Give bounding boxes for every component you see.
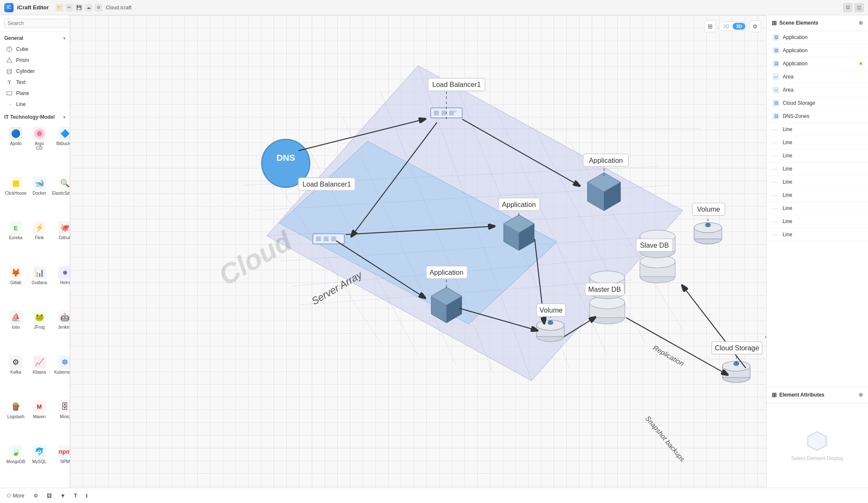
- scene-item-line-2[interactable]: ··· Line: [767, 136, 868, 149]
- tech-item-logstash[interactable]: 🪵 Logstash: [3, 397, 28, 441]
- scene-item-application-2[interactable]: 🖼 Application: [767, 44, 868, 57]
- attr-panel: Select Element Display: [767, 403, 868, 488]
- file-icon-settings[interactable]: ⚙: [95, 4, 102, 11]
- tech-item-minio[interactable]: 🗄 Minio: [50, 397, 70, 441]
- svg-rect-59: [640, 262, 675, 277]
- scene-item-line-9[interactable]: ··· Line: [767, 228, 868, 241]
- scene-area-icon-1: ▭: [773, 73, 779, 80]
- tech-item-eureka[interactable]: E Eureka: [3, 218, 28, 262]
- file-icon-save[interactable]: 💾: [75, 4, 83, 11]
- file-icon-edit[interactable]: ✏: [65, 4, 73, 11]
- scene-item-line-6[interactable]: ··· Line: [767, 189, 868, 202]
- line-icon-7: ···: [773, 205, 778, 212]
- toolbar-dropdown-btn[interactable]: ▼: [58, 491, 68, 500]
- toolbar-info-btn[interactable]: ℹ: [83, 491, 90, 500]
- 3d-option[interactable]: 3D: [733, 23, 745, 30]
- svg-rect-36: [313, 234, 344, 244]
- scene-item-line-7[interactable]: ··· Line: [767, 202, 868, 215]
- window-btn-1[interactable]: ⊡: [843, 3, 852, 12]
- svg-point-52: [590, 311, 625, 324]
- tech-item-kibana[interactable]: 📈 Kibana: [30, 353, 49, 396]
- tech-item-gitlab[interactable]: 🦊 Gitlab: [3, 263, 28, 307]
- sidebar-item-line[interactable]: ··· Line: [0, 99, 70, 110]
- svg-text:Snapshot backups: Snapshot backups: [764, 333, 766, 381]
- file-icon-cloud[interactable]: ☁: [85, 4, 92, 11]
- tech-item-kafka[interactable]: ⚙ Kafka: [3, 353, 28, 396]
- scene-item-application-1[interactable]: 🖼 Application: [767, 31, 868, 44]
- scene-item-line-3[interactable]: ··· Line: [767, 149, 868, 162]
- titlebar: iC iCraft Editor 📁 ✏ 💾 ☁ ⚙ Cloud.icraft …: [0, 0, 868, 15]
- tech-item-npm[interactable]: npm NPM: [50, 442, 70, 486]
- svg-rect-53: [590, 302, 625, 318]
- tech-item-elasticsearch[interactable]: 🔍 ElasticSearch: [50, 174, 70, 217]
- file-icon-folder[interactable]: 📁: [56, 4, 63, 11]
- scene-item-dnszones[interactable]: 🖼 DNS-Zones: [767, 110, 868, 123]
- 3d-toggle[interactable]: 2D 3D: [719, 22, 747, 31]
- scene-item-area-1[interactable]: ▭ Area: [767, 70, 868, 84]
- general-section-header[interactable]: General ▾: [0, 32, 70, 43]
- svg-marker-40: [588, 173, 620, 210]
- svg-marker-12: [280, 141, 557, 324]
- svg-point-57: [590, 271, 625, 284]
- tech-item-grafana[interactable]: 📊 Grafana: [30, 263, 49, 307]
- tech-item-docker[interactable]: 🐋 Docker: [30, 174, 49, 217]
- sidebar-item-cylinder[interactable]: Cylinder: [0, 66, 70, 77]
- tech-item-mongodb[interactable]: 🍃 MongoDB: [3, 442, 28, 486]
- toolbar-text-btn[interactable]: T: [71, 491, 79, 500]
- tech-item-istio[interactable]: ⛵ Istio: [3, 308, 28, 351]
- attr-expand-btn[interactable]: ⊕: [859, 392, 863, 398]
- prism-label: Prism: [16, 57, 29, 63]
- search-input[interactable]: [4, 19, 70, 28]
- tech-item-github[interactable]: 🐙 Github: [50, 218, 70, 262]
- settings-icon: ⚙: [34, 493, 38, 499]
- line-icon-9: ···: [773, 231, 778, 238]
- tech-item-maven[interactable]: M Maven: [30, 397, 49, 441]
- scene-item-application-3[interactable]: 🖼 Application: [767, 57, 868, 70]
- line-label: Line: [16, 101, 26, 107]
- toolbar-image-btn[interactable]: 🖼: [44, 491, 54, 500]
- scene-item-area-2[interactable]: ▭ Area: [767, 84, 868, 97]
- scene-item-line-5[interactable]: ··· Line: [767, 176, 868, 189]
- tech-item-mysql[interactable]: 🐬 MySQL: [30, 442, 49, 486]
- scene-elements-header: ⊞ Scene Elements ⊕: [767, 15, 868, 31]
- file-icons: 📁 ✏ 💾 ☁ ⚙: [56, 4, 102, 11]
- app-icon: iC: [4, 3, 14, 12]
- sidebar-item-text[interactable]: T Text: [0, 77, 70, 88]
- toolbar-settings-btn[interactable]: ⚙: [31, 491, 41, 500]
- tech-item-flink[interactable]: ⚡ Flink: [30, 218, 49, 262]
- tech-section-header[interactable]: IT Technology-Model ▾: [0, 111, 70, 122]
- tech-item-argocd[interactable]: Argo CD: [30, 124, 49, 172]
- tech-item-clickhouse[interactable]: ▦ ClickHouse: [3, 174, 28, 217]
- svg-rect-107: [712, 341, 762, 354]
- line-icon-6: ···: [773, 192, 778, 198]
- more-button[interactable]: ⬡ More: [3, 491, 28, 500]
- sidebar-item-plane[interactable]: Plane: [0, 88, 70, 99]
- scene-item-line-1[interactable]: ··· Line: [767, 123, 868, 136]
- tech-item-kubernetes[interactable]: ☸ Kubernetes: [50, 353, 70, 396]
- scene-item-line-8[interactable]: ··· Line: [767, 215, 868, 228]
- svg-line-18: [380, 91, 493, 374]
- tech-item-helm[interactable]: ⎈ Helm: [50, 263, 70, 307]
- svg-text:Volume: Volume: [540, 306, 563, 314]
- 2d-option[interactable]: 2D: [720, 23, 733, 30]
- scene-expand-btn[interactable]: ⊕: [859, 20, 863, 26]
- tech-item-bitbucket[interactable]: 🔷 Bitbucket: [50, 124, 70, 172]
- scene-item-cloudstorage[interactable]: 🖼 Cloud Storage: [767, 97, 868, 110]
- scene-elements-title: Scene Elements: [779, 20, 818, 26]
- tech-item-jfrog[interactable]: 🐸 JFrog: [30, 308, 49, 351]
- canvas-area[interactable]: ⊞ 2D 3D ⚙: [70, 15, 766, 488]
- canvas-settings-btn[interactable]: ⚙: [749, 20, 761, 32]
- general-items: Cube Prism Cylinder T Text: [0, 43, 70, 111]
- tech-item-jenkins[interactable]: 🤖 Jenkins: [50, 308, 70, 351]
- svg-rect-62: [640, 236, 675, 252]
- cylinder-icon: [6, 68, 13, 75]
- window-btn-2[interactable]: ◫: [854, 3, 864, 12]
- sidebar-item-prism[interactable]: Prism: [0, 55, 70, 66]
- scene-item-line-4[interactable]: ··· Line: [767, 162, 868, 176]
- svg-marker-45: [519, 215, 534, 250]
- tech-item-apollo[interactable]: 🔵 Apollo: [3, 124, 28, 172]
- cube-icon: [6, 46, 13, 53]
- sidebar-item-cube[interactable]: Cube: [0, 44, 70, 55]
- attr-section: ⊞ Element Attributes ⊕ Select Element Di…: [767, 387, 868, 488]
- grid-view-btn[interactable]: ⊞: [704, 20, 716, 32]
